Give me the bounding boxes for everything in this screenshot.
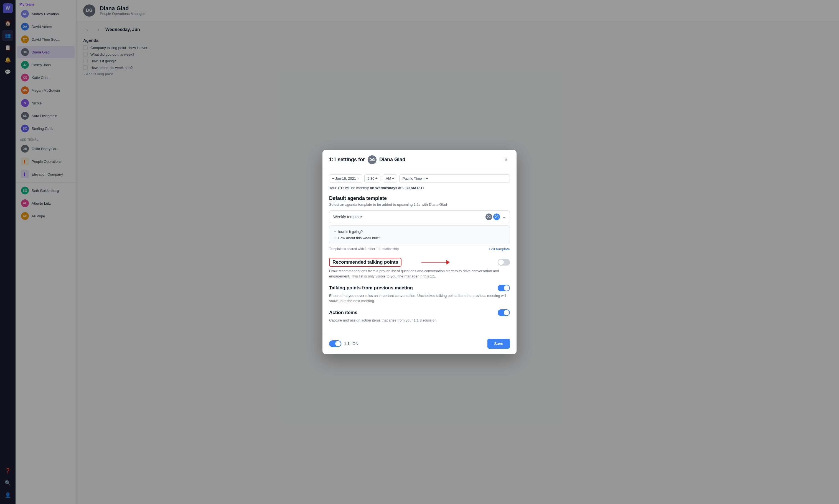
modal-overlay: 1:1 settings for DG Diana Glad × ÷ Jun 1… [0,0,839,504]
template-avatar-1: DG [485,214,492,220]
schedule-row: ÷ Jun 16, 2021 × 9:30 ÷ AM ÷ Pacific Tim… [329,175,510,182]
action-items-header: Action items [329,309,510,316]
previous-title: Talking points from previous meeting [329,285,413,291]
close-icon: × [504,157,508,163]
action-items-row: Action items Capture and assign action i… [329,309,510,323]
action-items-desc: Capture and assign action items that ari… [329,318,510,323]
date-select[interactable]: ÷ Jun 16, 2021 × [329,175,362,182]
template-avatars: DG DA [485,214,500,220]
modal-title: 1:1 settings for DG Diana Glad [329,155,405,164]
action-items-toggle[interactable] [498,309,510,316]
schedule-info: Your 1:1s will be monthly on Wednesdays … [329,186,510,190]
template-item-2: • How about this week huh? [335,236,504,240]
modal-body: ÷ Jun 16, 2021 × 9:30 ÷ AM ÷ Pacific Tim… [323,169,516,334]
period-select[interactable]: AM ÷ [383,175,397,182]
template-item-1: • how is it going? [335,230,504,234]
previous-desc: Ensure that you never miss an important … [329,293,510,304]
schedule-info-bold: on Wednesdays at 9:30 AM PDT [370,186,425,190]
template-shared-text: Template is shared with 1 other 1:1 rela… [329,247,399,251]
default-agenda-title: Default agenda template [329,196,510,201]
recommended-talking-points-row: Recommended talking points Draw recommen… [329,258,510,279]
save-button[interactable]: Save [487,339,510,349]
modal-person-avatar: DG [367,155,377,164]
recommended-desc: Draw recommendations from a proven list … [329,268,510,279]
modal-footer: 1:1s ON Save [323,334,516,354]
previous-toggle[interactable] [498,285,510,291]
action-items-title: Action items [329,310,357,316]
recommended-title-area: Recommended talking points [329,258,450,267]
template-item-text-2: How about this week huh? [338,236,380,240]
bullet-icon-2: • [335,236,336,240]
template-chevron-icon: ⌄ [502,214,506,219]
recommended-row-header: Recommended talking points [329,258,510,267]
ones-on-toggle[interactable] [329,340,341,347]
time-select[interactable]: 9:30 ÷ [364,175,380,182]
bullet-icon-1: • [335,230,336,234]
ones-on-label: 1:1s ON [344,341,358,346]
modal-person-name: Diana Glad [379,157,405,163]
previous-row-header: Talking points from previous meeting [329,285,510,291]
default-agenda-desc: Select an agenda template to be added to… [329,202,510,206]
recommended-title: Recommended talking points [329,258,401,267]
settings-modal: 1:1 settings for DG Diana Glad × ÷ Jun 1… [323,150,516,355]
modal-header: 1:1 settings for DG Diana Glad × [323,150,516,169]
recommended-toggle[interactable] [498,259,510,266]
modal-close-button[interactable]: × [502,156,510,164]
timezone-select[interactable]: Pacific Time × ÷ [399,175,510,182]
arrow-annotation [422,260,450,265]
template-footer: Template is shared with 1 other 1:1 rela… [329,247,510,251]
previous-talking-points-row: Talking points from previous meeting Ens… [329,285,510,304]
modal-title-prefix: 1:1 settings for [329,157,365,163]
template-preview: • how is it going? • How about this week… [329,226,510,244]
template-select-row[interactable]: Weekly template DG DA ⌄ [329,211,510,223]
ones-on-row: 1:1s ON [329,340,358,347]
template-name: Weekly template [333,215,362,219]
template-item-text-1: how is it going? [338,230,363,234]
template-avatar-2: DA [493,214,500,220]
template-controls: DG DA ⌄ [485,214,506,220]
arrow-head-icon [446,260,450,265]
edit-template-link[interactable]: Edit template [489,247,510,251]
arrow-line [422,262,446,263]
